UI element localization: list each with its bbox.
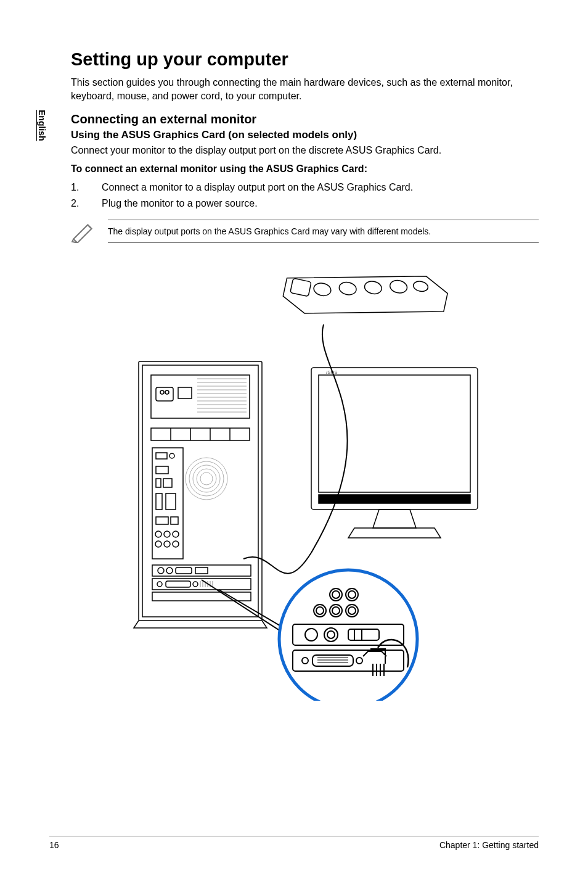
svg-rect-45 bbox=[195, 567, 208, 574]
svg-point-37 bbox=[197, 469, 216, 489]
svg-rect-49 bbox=[311, 368, 478, 510]
svg-rect-19 bbox=[156, 453, 167, 459]
svg-rect-50 bbox=[319, 375, 470, 492]
svg-point-29 bbox=[164, 531, 170, 537]
svg-point-38 bbox=[200, 472, 213, 485]
svg-point-46 bbox=[157, 582, 162, 587]
procedure-heading: To connect an external monitor using the… bbox=[71, 163, 539, 175]
svg-rect-25 bbox=[166, 493, 176, 510]
note-text: The display output ports on the ASUS Gra… bbox=[108, 220, 539, 242]
manual-page: English Setting up your computer This se… bbox=[0, 0, 588, 887]
svg-rect-7 bbox=[142, 365, 258, 617]
body-paragraph: Connect your monitor to the display outp… bbox=[71, 144, 539, 157]
svg-text:/SUS: /SUS bbox=[326, 369, 338, 375]
intro-text: This section guides you through connecti… bbox=[71, 76, 539, 104]
page-title: Setting up your computer bbox=[71, 49, 539, 70]
svg-point-28 bbox=[155, 531, 161, 537]
svg-point-42 bbox=[158, 567, 164, 574]
step-text: Connect a monitor to a display output po… bbox=[102, 179, 413, 196]
step-item: 1. Connect a monitor to a display output… bbox=[71, 179, 539, 196]
language-label: English bbox=[37, 110, 47, 141]
svg-point-36 bbox=[193, 465, 220, 492]
step-item: 2. Plug the monitor to a power source. bbox=[71, 196, 539, 212]
svg-rect-51 bbox=[319, 495, 470, 503]
svg-point-32 bbox=[164, 541, 170, 547]
note-body: The display output ports on the ASUS Gra… bbox=[108, 220, 539, 243]
svg-point-34 bbox=[186, 458, 227, 500]
page-footer: 16 Chapter 1: Getting started bbox=[49, 836, 539, 850]
svg-point-4 bbox=[412, 280, 429, 293]
svg-point-1 bbox=[338, 281, 357, 296]
svg-point-0 bbox=[312, 282, 332, 297]
note-callout: The display output ports on the ASUS Gra… bbox=[71, 220, 539, 243]
section-heading: Connecting an external monitor bbox=[71, 112, 539, 126]
svg-rect-39 bbox=[152, 565, 251, 576]
svg-point-33 bbox=[173, 541, 179, 547]
svg-point-43 bbox=[166, 567, 173, 574]
steps-list: 1. Connect a monitor to a display output… bbox=[71, 179, 539, 211]
step-text: Plug the monitor to a power source. bbox=[102, 196, 258, 212]
svg-rect-26 bbox=[156, 517, 168, 524]
svg-rect-5 bbox=[290, 278, 311, 297]
svg-point-48 bbox=[193, 582, 198, 587]
svg-point-3 bbox=[388, 279, 408, 294]
svg-point-20 bbox=[169, 453, 174, 458]
chapter-label: Chapter 1: Getting started bbox=[439, 840, 539, 850]
svg-point-30 bbox=[173, 531, 179, 537]
svg-rect-9 bbox=[156, 387, 173, 401]
svg-point-35 bbox=[189, 461, 224, 496]
language-tab: English bbox=[37, 110, 47, 141]
connection-diagram: /SUS bbox=[71, 250, 539, 707]
svg-point-31 bbox=[155, 541, 161, 547]
subsection-heading: Using the ASUS Graphics Card (on selecte… bbox=[71, 129, 539, 141]
svg-rect-44 bbox=[176, 567, 192, 574]
svg-rect-24 bbox=[156, 493, 162, 510]
svg-rect-21 bbox=[156, 466, 168, 474]
pencil-icon bbox=[71, 220, 97, 242]
step-number: 1. bbox=[71, 179, 83, 196]
svg-point-2 bbox=[363, 280, 383, 295]
svg-point-11 bbox=[160, 390, 164, 394]
svg-point-12 bbox=[165, 390, 169, 394]
page-number: 16 bbox=[49, 840, 59, 850]
svg-rect-23 bbox=[163, 479, 172, 487]
svg-rect-22 bbox=[156, 479, 161, 487]
step-number: 2. bbox=[71, 196, 83, 212]
svg-rect-27 bbox=[171, 517, 178, 524]
svg-rect-10 bbox=[178, 387, 192, 398]
svg-rect-47 bbox=[166, 581, 190, 587]
svg-rect-8 bbox=[151, 375, 250, 418]
svg-rect-13 bbox=[151, 428, 250, 440]
